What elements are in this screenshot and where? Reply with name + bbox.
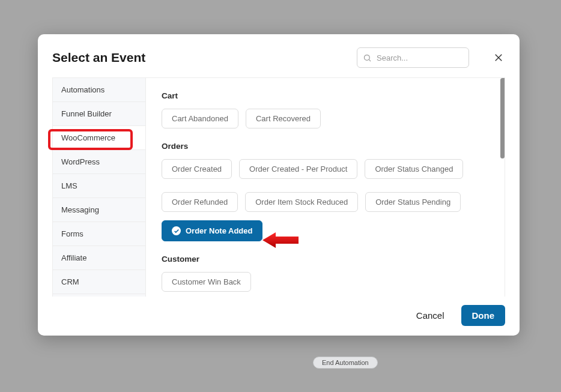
sidebar-item-automations[interactable]: Automations: [53, 78, 145, 102]
sidebar-item-label: WordPress: [61, 157, 100, 166]
sidebar-item-label: LMS: [61, 181, 77, 190]
sidebar-item-crm[interactable]: CRM: [53, 270, 145, 294]
events-panel: Cart Cart Abandoned Cart Recovered Order…: [146, 78, 505, 297]
event-label: Order Note Added: [186, 227, 252, 235]
event-label: Order Status Pending: [375, 198, 450, 206]
sidebar-item-label: WooCommerce: [61, 133, 115, 142]
pill-row-cart: Cart Abandoned Cart Recovered: [162, 109, 489, 128]
search-input[interactable]: [375, 53, 462, 63]
sidebar-item-label: Automations: [61, 85, 105, 94]
cancel-label: Cancel: [416, 310, 444, 321]
sidebar-item-lms[interactable]: LMS: [53, 174, 145, 198]
search-input-wrap[interactable]: [357, 47, 469, 68]
sidebar-item-messaging[interactable]: Messaging: [53, 198, 145, 222]
event-order-item-stock-reduced[interactable]: Order Item Stock Reduced: [245, 192, 358, 212]
event-order-created[interactable]: Order Created: [162, 159, 232, 179]
sidebar-item-label: Messaging: [61, 205, 99, 214]
sidebar-item-affiliate[interactable]: Affiliate: [53, 246, 145, 270]
end-automation-chip[interactable]: End Automation: [313, 357, 378, 369]
event-label: Order Status Changed: [375, 165, 453, 173]
event-label: Customer Win Back: [172, 278, 241, 286]
modal-footer: Cancel Done: [38, 297, 520, 336]
section-title-cart: Cart: [162, 91, 489, 100]
cancel-button[interactable]: Cancel: [413, 310, 448, 321]
svg-point-0: [365, 55, 370, 61]
sidebar-item-label: Funnel Builder: [61, 109, 112, 118]
sidebar-item-forms[interactable]: Forms: [53, 222, 145, 246]
search-icon: [363, 53, 372, 62]
sidebar-item-woocommerce[interactable]: WooCommerce: [53, 126, 145, 150]
event-cart-recovered[interactable]: Cart Recovered: [246, 109, 321, 128]
done-button[interactable]: Done: [461, 305, 506, 326]
event-label: Cart Abandoned: [172, 115, 228, 122]
sidebar-item-label: CRM: [61, 277, 79, 286]
sidebar-item-label: Affiliate: [61, 253, 86, 262]
svg-line-1: [369, 59, 371, 61]
sidebar-item-wordpress[interactable]: WordPress: [53, 150, 145, 174]
event-order-refunded[interactable]: Order Refunded: [162, 192, 238, 212]
end-automation-label: End Automation: [322, 359, 369, 366]
check-icon: [172, 226, 181, 235]
select-event-modal: Select an Event Automations Funnel Build…: [38, 34, 520, 336]
event-order-note-added[interactable]: Order Note Added: [162, 220, 262, 241]
sidebar: Automations Funnel Builder WooCommerce W…: [53, 78, 146, 297]
sidebar-item-label: Forms: [61, 229, 83, 238]
close-icon: [493, 52, 504, 63]
modal-header: Select an Event: [38, 34, 520, 77]
section-title-orders: Orders: [162, 142, 489, 151]
pill-row-orders-2: Order Refunded Order Item Stock Reduced …: [162, 192, 489, 212]
event-label: Order Item Stock Reduced: [255, 198, 348, 206]
event-label: Order Created: [172, 165, 222, 173]
event-label: Order Created - Per Product: [249, 165, 347, 173]
pill-row-orders-1: Order Created Order Created - Per Produc…: [162, 159, 489, 179]
event-label: Order Refunded: [172, 198, 228, 206]
event-order-status-pending[interactable]: Order Status Pending: [365, 192, 461, 212]
section-title-customer: Customer: [162, 255, 489, 264]
event-order-status-changed[interactable]: Order Status Changed: [365, 159, 463, 179]
modal-body: Automations Funnel Builder WooCommerce W…: [52, 77, 505, 297]
event-cart-abandoned[interactable]: Cart Abandoned: [162, 109, 238, 128]
pill-row-orders-3: Order Note Added: [162, 220, 489, 241]
events-scroll[interactable]: Cart Cart Abandoned Cart Recovered Order…: [146, 78, 505, 297]
sidebar-item-funnel-builder[interactable]: Funnel Builder: [53, 102, 145, 126]
modal-title: Select an Event: [52, 50, 145, 65]
event-customer-win-back[interactable]: Customer Win Back: [162, 272, 251, 292]
pill-row-customer: Customer Win Back: [162, 272, 489, 292]
event-order-created-per-product[interactable]: Order Created - Per Product: [239, 159, 357, 179]
done-label: Done: [472, 310, 495, 321]
event-label: Cart Recovered: [256, 115, 311, 122]
close-button[interactable]: [492, 51, 505, 64]
